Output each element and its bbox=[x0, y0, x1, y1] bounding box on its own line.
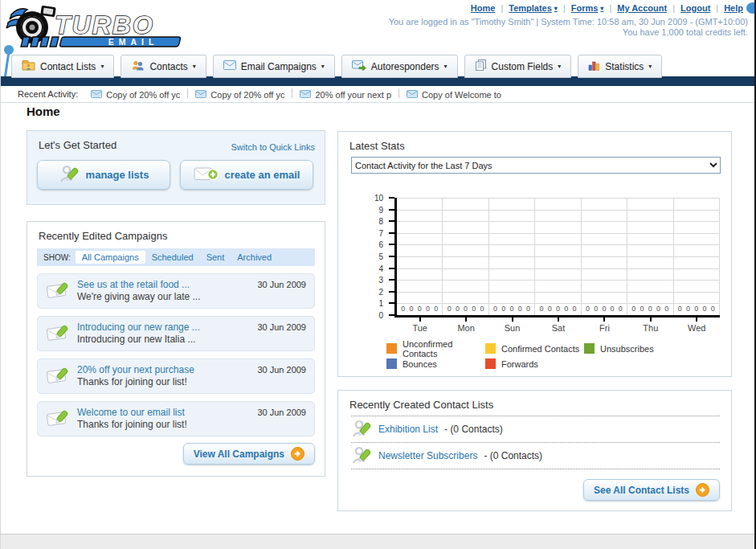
campaigns-panel: Recently Edited Campaigns SHOW: All Camp… bbox=[27, 221, 325, 477]
stats-period-select[interactable]: Contact Activity for the Last 7 Days bbox=[351, 157, 721, 174]
turbo-email-logo: TURBO EMAIL bbox=[3, 2, 196, 50]
recent-activity-bar: Recent Activity: Copy of 20% off ycCopy … bbox=[0, 86, 756, 103]
campaign-subtitle: Introducing our new Italia ... bbox=[77, 334, 200, 346]
activity-divider bbox=[187, 88, 188, 98]
y-axis-tick-label: 7 bbox=[348, 229, 383, 238]
x-axis-label-sun: Sun bbox=[489, 323, 535, 333]
recent-activity-item[interactable]: Copy of 20% off yc bbox=[195, 90, 284, 100]
x-axis-label-wed: Wed bbox=[674, 323, 720, 333]
x-axis-tick bbox=[465, 318, 467, 322]
value-label: 0 bbox=[472, 305, 476, 313]
legend-label: Unconfirmed Contacts bbox=[403, 339, 485, 358]
custom-fields-pages-icon bbox=[475, 59, 487, 73]
login-info: You are logged in as "Timothy Smith" | S… bbox=[389, 17, 748, 27]
campaigns-filter-bar: SHOW: All CampaignsScheduledSentArchived bbox=[37, 248, 315, 266]
x-axis-tick bbox=[696, 318, 697, 322]
tab-label: Contact Lists bbox=[40, 61, 96, 72]
recent-activity-label: Recent Activity: bbox=[18, 89, 78, 99]
svg-text:TURBO: TURBO bbox=[55, 10, 154, 39]
tab-autoresponders[interactable]: Autoresponders▾ bbox=[341, 55, 458, 78]
y-axis-tick bbox=[389, 268, 394, 269]
filter-tab-scheduled[interactable]: Scheduled bbox=[145, 251, 200, 264]
campaign-row[interactable]: Welcome to our email listThanks for join… bbox=[37, 401, 315, 436]
contact-list-item[interactable]: Exhibition List - (0 Contacts) bbox=[351, 416, 720, 442]
campaign-title-link[interactable]: See us at the retail food ... bbox=[77, 279, 200, 291]
tab-custom-fields[interactable]: Custom Fields▾ bbox=[464, 55, 572, 78]
nav-link-templates[interactable]: Templates▾ bbox=[509, 3, 558, 13]
recent-activity-item[interactable]: Copy of 20% off yc bbox=[91, 90, 180, 100]
filter-tab-sent[interactable]: Sent bbox=[200, 251, 231, 264]
contact-lists-folder-icon bbox=[22, 59, 35, 73]
manage-lists-button[interactable]: manage lists bbox=[37, 160, 170, 190]
chart-plot-area: 00000000000000000000000000000000000 bbox=[394, 198, 720, 318]
tab-email-campaigns[interactable]: Email Campaigns▾ bbox=[213, 55, 335, 78]
filter-tab-archived[interactable]: Archived bbox=[231, 251, 278, 264]
campaign-date: 30 Jun 2009 bbox=[257, 322, 306, 332]
envelope-pencil-icon bbox=[46, 279, 71, 304]
y-axis-tick bbox=[389, 209, 394, 211]
value-label: 0 bbox=[686, 305, 690, 313]
nav-link-label: Help bbox=[724, 3, 743, 13]
value-label: 0 bbox=[611, 305, 615, 313]
arrow-circle-icon bbox=[291, 447, 304, 461]
campaign-row[interactable]: Introducing our new range ...Introducing… bbox=[37, 316, 315, 351]
y-axis-tick bbox=[389, 291, 394, 293]
nav-link-label: Templates bbox=[509, 3, 552, 13]
contact-list-name-link[interactable]: Exhibition List bbox=[378, 424, 438, 435]
value-label: 0 bbox=[418, 305, 422, 313]
legend-label: Unsubscribes bbox=[600, 344, 654, 354]
y-axis-tick bbox=[389, 302, 394, 304]
nav-link-forms[interactable]: Forms▾ bbox=[571, 3, 604, 13]
tab-contacts[interactable]: Contacts▾ bbox=[121, 55, 206, 78]
x-axis-tick bbox=[512, 318, 513, 322]
recent-activity-item[interactable]: Copy of Welcome to bbox=[407, 90, 501, 100]
switch-to-quick-links-link[interactable]: Switch to Quick Links bbox=[231, 142, 315, 152]
nav-link-my-account[interactable]: My Account bbox=[617, 3, 667, 13]
x-axis-label-thu: Thu bbox=[627, 323, 673, 333]
x-axis-label-tue: Tue bbox=[397, 323, 443, 333]
activity-envelope-icon bbox=[407, 90, 418, 100]
create-an-email-button[interactable]: create an email bbox=[180, 160, 313, 190]
y-axis-tick bbox=[389, 244, 394, 245]
see-all-contact-lists-button[interactable]: See All Contact Lists bbox=[583, 479, 720, 501]
campaign-row[interactable]: See us at the retail food ...We're givin… bbox=[37, 273, 315, 309]
y-axis-tick-label: 5 bbox=[348, 252, 383, 261]
tab-label: Custom Fields bbox=[492, 61, 554, 72]
tab-contact-lists[interactable]: Contact Lists▾ bbox=[11, 55, 114, 78]
y-axis-tick bbox=[389, 314, 394, 316]
campaign-title-link[interactable]: Introducing our new range ... bbox=[77, 322, 200, 334]
recent-activity-item[interactable]: 20% off your next p bbox=[300, 90, 391, 100]
campaign-row[interactable]: 20% off your next purchaseThanks for joi… bbox=[37, 358, 315, 394]
contact-list-name-link[interactable]: Newsletter Subscribers bbox=[378, 450, 477, 461]
y-axis-tick-label: 6 bbox=[348, 240, 383, 249]
x-axis-tick bbox=[558, 318, 559, 322]
legend-label: Forwards bbox=[501, 359, 538, 369]
tab-statistics[interactable]: Statistics▾ bbox=[578, 55, 662, 78]
legend-swatch bbox=[485, 343, 496, 354]
nav-link-home[interactable]: Home bbox=[471, 3, 496, 13]
statistics-bars-icon bbox=[588, 60, 600, 73]
campaign-title-link[interactable]: Welcome to our email list bbox=[77, 407, 187, 419]
y-axis-tick-label: 8 bbox=[348, 217, 383, 226]
nav-separator: | bbox=[609, 3, 611, 13]
nav-link-logout[interactable]: Logout bbox=[680, 3, 710, 13]
envelope-pencil-icon bbox=[46, 322, 71, 346]
y-axis-tick bbox=[389, 220, 394, 222]
contact-list-item[interactable]: Newsletter Subscribers - (0 Contacts) bbox=[351, 443, 720, 469]
value-label: 0 bbox=[640, 305, 644, 313]
view-all-campaigns-button[interactable]: View All Campaigns bbox=[183, 443, 315, 465]
value-label: 0 bbox=[426, 305, 430, 313]
filter-tab-all-campaigns[interactable]: All Campaigns bbox=[76, 251, 145, 264]
campaign-text: Welcome to our email listThanks for join… bbox=[77, 407, 187, 431]
chart-day-group-tue: 00000 bbox=[397, 198, 443, 315]
arrow-circle-icon bbox=[696, 483, 709, 497]
button-label: create an email bbox=[225, 169, 300, 181]
chart-day-group-mon: 00000 bbox=[443, 198, 488, 315]
nav-link-help[interactable]: Help bbox=[724, 3, 743, 13]
value-label: 0 bbox=[594, 305, 598, 313]
campaign-date: 30 Jun 2009 bbox=[257, 365, 306, 375]
value-label: 0 bbox=[694, 305, 698, 313]
campaign-title-link[interactable]: 20% off your next purchase bbox=[77, 364, 194, 376]
contact-list-count: - (0 Contacts) bbox=[484, 450, 542, 461]
y-axis-tick-label: 1 bbox=[348, 299, 383, 308]
